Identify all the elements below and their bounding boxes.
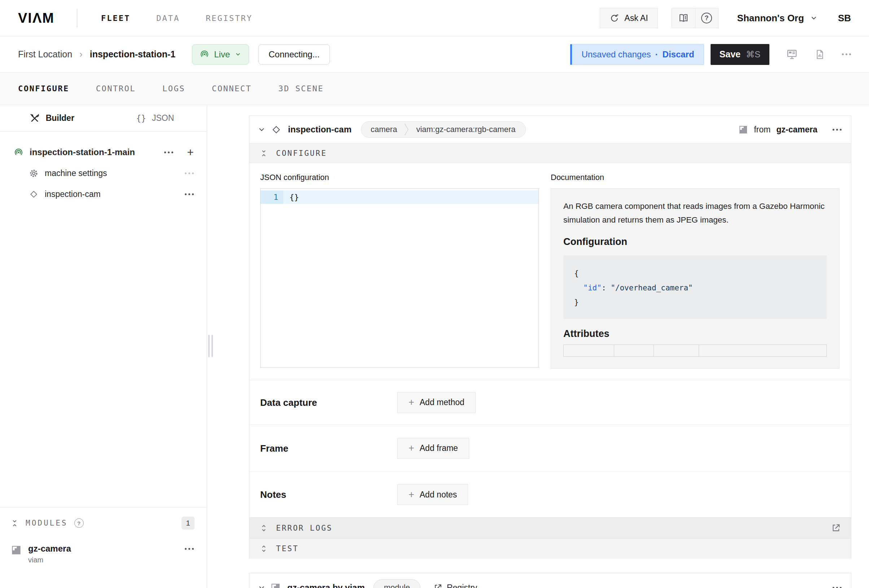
modules-section: MODULES ? 1 gz-camera viam: [0, 507, 207, 588]
builder-mode-tab[interactable]: Builder: [0, 105, 104, 131]
diamond-icon: [271, 124, 282, 135]
registry-label: Registry: [447, 583, 477, 588]
external-link-icon: [831, 523, 841, 533]
machine-more-options-button[interactable]: [842, 53, 851, 55]
diamond-icon: [29, 190, 39, 199]
collapse-component-button[interactable]: [257, 125, 266, 134]
module-org: viam: [28, 556, 71, 564]
add-notes-button[interactable]: + Add notes: [397, 484, 468, 505]
documentation-label: Documentation: [551, 173, 839, 182]
frame-label: Frame: [260, 443, 288, 454]
plus-icon: +: [409, 490, 414, 500]
notes-section: Notes + Add notes: [249, 472, 851, 517]
error-logs-label: ERROR LOGS: [276, 524, 332, 532]
nav-fleet[interactable]: FLEET: [101, 14, 130, 23]
ai-sparkle-refresh-icon: [609, 13, 619, 23]
builder-label: Builder: [46, 113, 74, 123]
test-bar[interactable]: TEST: [249, 538, 851, 559]
add-method-button[interactable]: + Add method: [397, 392, 476, 413]
component-type: camera: [361, 125, 404, 134]
connecting-button[interactable]: Connecting...: [258, 44, 329, 65]
tab-control[interactable]: CONTROL: [96, 84, 136, 93]
documentation-panel[interactable]: An RGB camera component that reads image…: [551, 188, 839, 369]
module-icon: [739, 125, 748, 135]
chevron-down-icon: [810, 14, 818, 22]
error-logs-bar[interactable]: ERROR LOGS: [249, 517, 851, 538]
documentation-column: Documentation An RGB camera component th…: [551, 173, 839, 369]
expand-icon: [260, 524, 268, 532]
view-mode-toggle: Builder {} JSON: [0, 105, 207, 132]
add-component-button[interactable]: +: [187, 147, 194, 158]
main-part-name: inspection-station-1-main: [30, 147, 135, 157]
braces-icon: {}: [136, 114, 146, 123]
component-type-badge: camera viam:gz-camera:rgb-camera: [361, 121, 526, 138]
tree-item-inspection-cam[interactable]: inspection-cam: [0, 184, 207, 204]
docs-button[interactable]: [672, 8, 695, 28]
main-part-more-button[interactable]: [164, 151, 173, 153]
collapse-icon: [260, 149, 268, 158]
viam-logo[interactable]: VIΛM: [18, 10, 55, 26]
code-key: "id": [583, 284, 602, 292]
collapse-icon[interactable]: [10, 519, 19, 528]
code-value: "/overhead_camera": [611, 284, 693, 292]
module-icon: [270, 583, 281, 588]
tree-item-machine-settings[interactable]: machine settings: [0, 163, 207, 184]
org-name: Shannon's Org: [737, 13, 804, 24]
help-button[interactable]: ?: [695, 8, 718, 28]
expand-icon: [260, 544, 268, 553]
machine-settings-more-button[interactable]: [185, 172, 194, 174]
editor-line-number: 1: [261, 191, 283, 204]
user-avatar[interactable]: SB: [838, 13, 851, 24]
topnav-right: Ask AI ? Shannon's Org: [600, 8, 851, 28]
ask-ai-label: Ask AI: [624, 13, 648, 23]
collapse-module-button[interactable]: [257, 583, 266, 588]
modules-help-icon[interactable]: ?: [74, 518, 84, 528]
book-icon: [678, 13, 689, 24]
nav-data[interactable]: DATA: [156, 14, 180, 23]
nav-registry[interactable]: REGISTRY: [206, 14, 253, 23]
live-label: Live: [214, 49, 230, 59]
doc-code-sample: { "id": "/overhead_camera" }: [564, 255, 827, 319]
add-frame-button[interactable]: + Add frame: [397, 438, 469, 459]
tab-configure[interactable]: CONFIGURE: [18, 84, 69, 93]
machine-name: inspection-station-1: [90, 49, 176, 59]
module-more-button[interactable]: [185, 548, 194, 550]
modules-count-badge: 1: [181, 517, 194, 530]
breadcrumb-location[interactable]: First Location: [18, 49, 72, 59]
inspection-cam-more-button[interactable]: [185, 193, 194, 195]
inspection-cam-label: inspection-cam: [45, 190, 101, 199]
save-button[interactable]: Save ⌘S: [710, 44, 770, 65]
tab-connect[interactable]: CONNECT: [212, 84, 252, 93]
json-config-editor[interactable]: 1 {}: [260, 188, 539, 367]
tree-item-main-part[interactable]: inspection-station-1-main +: [0, 142, 207, 163]
data-capture-section: Data capture + Add method: [249, 380, 851, 425]
machine-report-button[interactable]: [814, 49, 825, 60]
tab-logs[interactable]: LOGS: [162, 84, 185, 93]
configure-bar-label: CONFIGURE: [276, 149, 327, 158]
json-mode-tab[interactable]: {} JSON: [104, 105, 207, 131]
module-type-badge: module: [374, 579, 420, 588]
module-card-more-button[interactable]: [833, 587, 842, 588]
discard-link[interactable]: Discard: [663, 49, 694, 59]
module-card-header: gz-camera by viam module Registry: [249, 578, 851, 588]
component-more-button[interactable]: [833, 129, 842, 130]
config-sidebar: Builder {} JSON inspection: [0, 105, 207, 588]
sidebar-resize-handle[interactable]: [208, 335, 213, 357]
module-name: gz-camera: [28, 544, 71, 554]
json-label: JSON: [152, 113, 174, 123]
registry-link[interactable]: Registry: [433, 583, 477, 588]
inspection-cam-card: inspection-cam camera viam:gz-camera:rgb…: [249, 116, 851, 559]
editor-line-content: {}: [283, 191, 538, 204]
ask-ai-button[interactable]: Ask AI: [600, 8, 657, 28]
open-logs-external-button[interactable]: [831, 523, 841, 533]
org-switcher[interactable]: Shannon's Org: [737, 13, 818, 24]
machine-bar-right: Unsaved changes · Discard Save ⌘S: [570, 44, 851, 65]
from-module-name[interactable]: gz-camera: [776, 125, 817, 135]
broadcast-icon: [200, 49, 209, 59]
component-model: viam:gz-camera:rgb-camera: [409, 125, 525, 134]
live-status-dropdown[interactable]: Live: [192, 44, 249, 65]
tab-3d-scene[interactable]: 3D SCENE: [278, 84, 324, 93]
machine-page-button[interactable]: [786, 48, 798, 60]
configure-section-bar[interactable]: CONFIGURE: [249, 143, 851, 163]
module-list-item[interactable]: gz-camera viam: [0, 539, 207, 564]
